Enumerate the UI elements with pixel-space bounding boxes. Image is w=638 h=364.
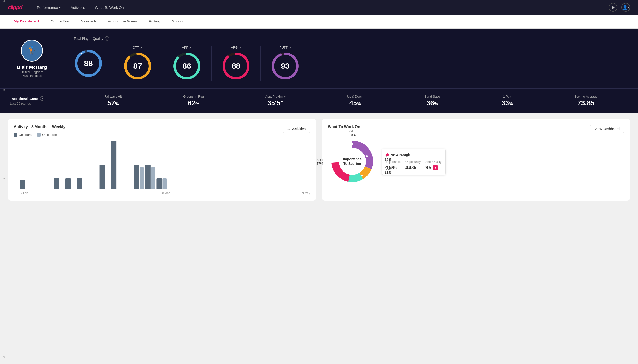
player-handicap: Plus Handicap	[22, 74, 42, 78]
gauge-ott: OTT ↗ 87	[113, 46, 162, 81]
wtwon-card-header: What To Work On View Dashboard	[328, 125, 624, 133]
bar-chart-svg	[14, 140, 310, 190]
subnav-approach[interactable]: Approach	[74, 15, 102, 28]
arg-donut-label: ARG 21%	[385, 167, 391, 174]
all-activities-button[interactable]: All Activities	[283, 125, 310, 133]
trad-stat-item: Up & Down 45%	[347, 94, 363, 107]
top-navigation: clippd Performance ▾ Activities What To …	[0, 0, 638, 15]
stat-label: 1 Putt	[503, 94, 511, 98]
trad-help-icon[interactable]: ?	[40, 96, 44, 101]
chart-with-y-axis: 01234 7 Feb28 Mar9 May	[14, 140, 310, 195]
bottom-section: Activity - 3 Months - Weekly On courseOf…	[0, 113, 638, 206]
player-quality-section: Total Player Quality ? 88	[64, 36, 628, 81]
stat-value: 35'5"	[267, 99, 284, 107]
putt-donut-label: PUTT 57%	[316, 158, 323, 166]
nav-what-to-work-on[interactable]: What To Work On	[95, 6, 124, 10]
subnav-off-the-tee[interactable]: Off the Tee	[45, 15, 74, 28]
donut-section: PUTT 57% OTT 10% APP 12% ARG 21%	[328, 137, 624, 187]
add-button[interactable]: ⊕	[609, 3, 617, 12]
trad-stats-row: Fairways Hit 57% Greens In Reg 62% App. …	[64, 94, 628, 107]
svg-point-26	[334, 160, 336, 162]
bar-offcourse	[151, 168, 155, 190]
gauge-ott-label: OTT ↗	[133, 46, 142, 50]
chart-legend: On courseOff course	[14, 133, 65, 137]
x-axis-labels: 7 Feb28 Mar9 May	[14, 190, 310, 195]
gauge-app-value: 86	[182, 62, 191, 71]
ott-trend-icon: ↗	[140, 46, 142, 50]
donut-svg: Importance To Scoring	[328, 137, 377, 186]
view-dashboard-button[interactable]: View Dashboard	[590, 125, 624, 133]
x-axis-label: 7 Feb	[21, 192, 28, 195]
stat-value: 45%	[349, 99, 361, 107]
gauge-putt: PUTT ↗ 93	[261, 46, 310, 81]
bar-oncourse	[54, 178, 59, 190]
y-axis-labels: 01234	[0, 0, 5, 206]
y-axis-label: 4	[0, 0, 5, 3]
arg-trend-icon: ↗	[239, 46, 241, 50]
metric-value: 44%	[405, 164, 420, 171]
nav-activities[interactable]: Activities	[71, 6, 85, 10]
gauge-app: APP ↗ 86	[162, 46, 211, 81]
player-avatar: 🏌️	[21, 40, 43, 62]
svg-text:To Scoring: To Scoring	[343, 162, 361, 166]
y-axis-label: 3	[0, 89, 5, 92]
gauge-tpq-wrapper: 88	[74, 49, 103, 78]
stat-label: Greens In Reg	[183, 94, 204, 98]
stat-label: Up & Down	[347, 94, 363, 98]
gauge-putt-label: PUTT ↗	[279, 46, 291, 50]
tpq-label: Total Player Quality ?	[74, 36, 628, 41]
svg-text:Importance: Importance	[343, 157, 362, 161]
trad-stat-item: Sand Save 36%	[424, 94, 440, 107]
ott-donut-label: OTT 10%	[349, 130, 356, 137]
legend-dot	[14, 133, 17, 137]
tooltip-metric-item: Opportunity 44%	[405, 160, 420, 171]
wtwon-title: What To Work On	[328, 125, 360, 129]
gauge-tpq: 88	[74, 49, 113, 78]
bar-oncourse	[156, 178, 162, 190]
legend-item: Off course	[37, 133, 57, 137]
what-to-work-on-card: What To Work On View Dashboard PUTT 57% …	[322, 119, 630, 201]
activity-card-header: Activity - 3 Months - Weekly On courseOf…	[14, 125, 310, 137]
activity-chart-card: Activity - 3 Months - Weekly On courseOf…	[8, 119, 316, 201]
bar-oncourse	[65, 178, 71, 190]
subnav-putting[interactable]: Putting	[143, 15, 166, 28]
subnav-around-the-green[interactable]: Around the Green	[102, 15, 143, 28]
stat-value: 62%	[188, 99, 199, 107]
gauge-ott-wrapper: 87	[123, 51, 152, 81]
nav-right-actions: ⊕ 👤 ▾	[609, 3, 630, 12]
stat-label: Scoring Average	[574, 94, 598, 98]
metric-label: Shot Quality	[426, 160, 442, 164]
app-trend-icon: ↗	[189, 46, 192, 50]
svg-point-20	[339, 148, 366, 175]
tooltip-metrics: Importance 16% Opportunity 44% Shot Qual…	[386, 160, 442, 171]
player-info: 🏌️ Blair McHarg United Kingdom Plus Hand…	[10, 40, 64, 78]
tooltip-metric-item: Shot Quality 95▼	[426, 160, 442, 171]
y-axis-label: 2	[0, 178, 5, 181]
legend-dot	[37, 133, 41, 137]
trad-stats-label: Traditional Stats ?	[10, 96, 64, 101]
gauge-ott-value: 87	[133, 62, 142, 71]
stat-label: App. Proximity	[265, 94, 286, 98]
gauge-app-wrapper: 86	[172, 51, 201, 81]
bar-oncourse	[100, 165, 105, 190]
shot-quality-badge: ▼	[433, 166, 439, 170]
bar-offcourse	[140, 168, 144, 190]
app-logo: clippd	[8, 4, 22, 10]
user-menu-button[interactable]: 👤 ▾	[621, 3, 630, 12]
traditional-stats: Traditional Stats ? Last 20 rounds Fairw…	[0, 88, 638, 113]
legend-item: On course	[14, 133, 33, 137]
help-icon[interactable]: ?	[105, 36, 109, 41]
bar-oncourse	[145, 165, 151, 190]
trad-label-section: Traditional Stats ? Last 20 rounds	[10, 96, 64, 105]
svg-point-25	[361, 174, 363, 176]
donut-chart-container: PUTT 57% OTT 10% APP 12% ARG 21%	[328, 137, 377, 187]
trad-stat-item: Fairways Hit 57%	[104, 94, 122, 107]
gauges-row: 88 OTT ↗ 87	[74, 46, 628, 81]
metric-label: Opportunity	[405, 160, 420, 164]
stat-label: Fairways Hit	[104, 94, 122, 98]
gauge-putt-value: 93	[281, 62, 290, 71]
nav-performance[interactable]: Performance ▾	[37, 5, 61, 10]
subnav-my-dashboard[interactable]: My Dashboard	[8, 15, 45, 28]
player-name: Blair McHarg	[17, 64, 47, 70]
subnav-scoring[interactable]: Scoring	[166, 15, 190, 28]
